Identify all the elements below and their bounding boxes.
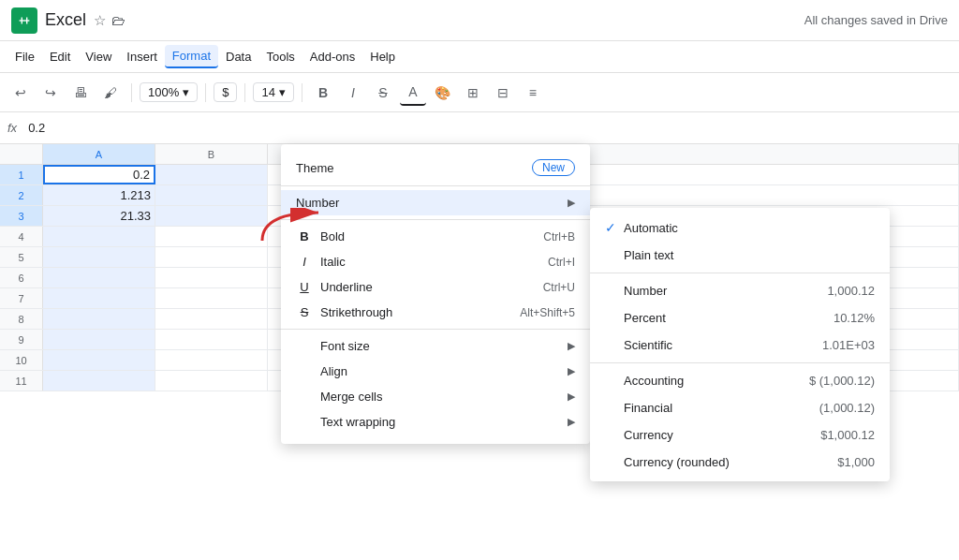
row-num-header-corner [0,144,43,164]
col-header-rest [268,144,959,164]
formula-value[interactable]: 0.2 [28,121,45,135]
row-num-1: 1 [0,165,43,184]
cell-rest-2 [268,185,959,205]
col-header-b[interactable]: B [155,144,268,164]
formula-bar: fx 0.2 [0,112,959,144]
cell-rest-1 [268,165,959,184]
bold-button[interactable]: B [310,80,336,106]
zoom-selector[interactable]: 100% ▾ [140,82,198,102]
more-button[interactable]: ≡ [520,80,546,106]
borders-button[interactable]: ⊞ [460,80,486,106]
cell-a10[interactable] [43,350,155,370]
cell-a9[interactable] [43,330,155,349]
italic-button[interactable]: I [340,80,366,106]
fill-color-button[interactable]: 🎨 [430,80,456,106]
divider-1 [131,83,132,102]
cell-b6[interactable] [155,268,268,287]
table-row: 8 [0,309,959,330]
row-num-9: 9 [0,330,43,349]
cell-a2[interactable]: 1.213 [43,185,155,205]
cell-rest-8 [268,309,959,329]
cell-b9[interactable] [155,330,268,349]
merge-button[interactable]: ⊟ [490,80,516,106]
cell-b2[interactable] [155,185,268,205]
font-size-selector[interactable]: 14 ▾ [253,82,293,102]
cell-rest-9 [268,330,959,349]
cell-rest-11 [268,371,959,391]
table-row: 11 [0,371,959,391]
cell-a1[interactable]: 0.2 [43,165,155,184]
zoom-chevron-icon: ▾ [183,85,189,99]
table-row: 2 1.213 [0,185,959,206]
submenu-item-currency-rounded[interactable]: Currency (rounded) $1,000 [590,449,890,476]
row-num-4: 4 [0,227,43,246]
table-row: 3 21.33 [0,206,959,227]
col-header-a[interactable]: A [43,144,155,164]
menu-view[interactable]: View [78,46,119,67]
sheet-rows: 1 0.2 2 1.213 3 21.33 4 5 [0,165,959,391]
row-num-11: 11 [0,371,43,391]
table-row: 4 [0,227,959,247]
font-size-value: 14 [261,85,274,99]
table-row: 9 [0,330,959,350]
submenu-item-financial[interactable]: Financial (1,000.12) [590,394,890,421]
format-menu-item-text-wrapping[interactable]: Text wrapping ▶ [281,409,590,435]
menu-data[interactable]: Data [218,46,258,67]
menu-tools[interactable]: Tools [258,46,302,67]
underline-button[interactable]: A [400,80,426,106]
app-title: Excel [45,10,86,30]
cell-b4[interactable] [155,227,268,246]
strikethrough-button[interactable]: S [370,80,396,106]
cell-rest-6 [268,268,959,287]
menu-help[interactable]: Help [362,46,403,67]
cell-b7[interactable] [155,288,268,308]
cell-a7[interactable] [43,288,155,308]
merge-cells-label: Merge cells [320,390,560,404]
menu-file[interactable]: File [7,46,42,67]
cell-b11[interactable] [155,371,268,391]
star-icon[interactable]: ☆ [94,12,106,29]
table-row: 5 [0,247,959,268]
cell-b10[interactable] [155,350,268,370]
row-num-8: 8 [0,309,43,329]
cell-b1[interactable] [155,165,268,184]
currency-label: Currency [624,428,820,442]
cell-a3[interactable]: 21.33 [43,206,155,226]
financial-label: Financial [624,401,819,415]
menu-addons[interactable]: Add-ons [302,46,362,67]
table-row: 6 [0,268,959,288]
table-row: 1 0.2 [0,165,959,185]
menu-edit[interactable]: Edit [42,46,78,67]
menu-format[interactable]: Format [165,45,218,68]
paint-format-button[interactable]: 🖌 [97,80,124,106]
cell-rest-5 [268,247,959,267]
currency-rounded-value: $1,000 [837,455,875,469]
menu-insert[interactable]: Insert [119,46,165,67]
cell-rest-7 [268,288,959,308]
cell-b5[interactable] [155,247,268,267]
drive-status: All changes saved in Drive [804,13,948,27]
toolbar: ↩ ↪ 🖶 🖌 100% ▾ $ 14 ▾ B I S A 🎨 ⊞ ⊟ ≡ [0,73,959,112]
cell-a4[interactable] [43,227,155,246]
financial-value: (1,000.12) [819,401,875,415]
cell-b8[interactable] [155,309,268,329]
cell-a5[interactable] [43,247,155,267]
cell-b3[interactable] [155,206,268,226]
cell-rest-4 [268,227,959,246]
row-num-7: 7 [0,288,43,308]
cell-a8[interactable] [43,309,155,329]
cell-a6[interactable] [43,268,155,287]
row-num-6: 6 [0,268,43,287]
cell-rest-10 [268,350,959,370]
redo-button[interactable]: ↪ [37,80,64,106]
table-row: 7 [0,288,959,309]
cell-a11[interactable] [43,371,155,391]
submenu-item-currency[interactable]: Currency $1,000.12 [590,421,890,449]
cell-rest-3 [268,206,959,226]
undo-button[interactable]: ↩ [7,80,34,106]
print-button[interactable]: 🖶 [67,80,94,106]
currency-button[interactable]: $ [214,82,237,102]
row-num-5: 5 [0,247,43,267]
row-num-3: 3 [0,206,43,226]
folder-icon[interactable]: 🗁 [111,12,125,28]
